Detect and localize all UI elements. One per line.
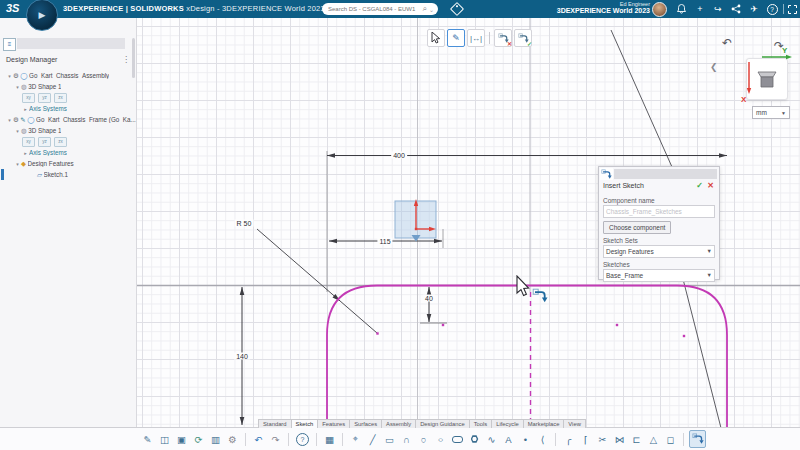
text-tool-icon[interactable]: A bbox=[501, 431, 516, 447]
collapse-panel-east-icon[interactable]: ❮ bbox=[710, 62, 718, 72]
construction-geometry-icon[interactable]: △ bbox=[646, 431, 661, 447]
arc-tool-icon[interactable]: ∩ bbox=[399, 431, 414, 447]
view-cube[interactable] bbox=[746, 58, 788, 100]
circle-tool-icon[interactable]: ○ bbox=[416, 431, 431, 447]
line-tool-icon[interactable]: ╱ bbox=[365, 431, 380, 447]
help-icon[interactable]: ? bbox=[765, 2, 779, 16]
component-name-input[interactable]: Chassis_Frame_Sketches bbox=[603, 205, 715, 218]
tab-design-guidance[interactable]: Design Guidance bbox=[415, 419, 469, 428]
units-dropdown[interactable]: mm ▼ bbox=[752, 106, 790, 119]
search-icon[interactable]: ⌕ bbox=[422, 5, 426, 13]
tab-standard[interactable]: Standard bbox=[258, 419, 292, 428]
convert-entities-icon[interactable]: ◻ bbox=[663, 431, 678, 447]
help-icon[interactable]: ? bbox=[296, 433, 309, 446]
expander-collapsed-icon[interactable]: ▸ bbox=[22, 150, 29, 156]
compass-icon[interactable]: ▶ bbox=[26, 0, 58, 31]
tab-marketplace[interactable]: Marketplace bbox=[523, 419, 565, 428]
plane-chip-yz[interactable]: yz bbox=[38, 93, 51, 103]
sketch-sets-dropdown[interactable]: Design Features ▼ bbox=[603, 245, 715, 258]
user-avatar[interactable] bbox=[652, 2, 667, 17]
plane-chip-zx[interactable]: zx bbox=[54, 137, 67, 147]
plane-chip-xy[interactable]: xy bbox=[22, 93, 35, 103]
tree-row[interactable]: xyyzzx bbox=[0, 92, 136, 103]
plane-chip-zx[interactable]: zx bbox=[54, 93, 67, 103]
search-box[interactable]: ⌕ ⌄ bbox=[322, 3, 438, 15]
point-tool-icon[interactable]: • bbox=[518, 431, 533, 447]
undo-icon[interactable]: ↶ bbox=[251, 431, 266, 447]
add-plus-icon[interactable]: + bbox=[693, 2, 707, 16]
edit-sketch-tool-icon[interactable]: ✎ bbox=[447, 29, 465, 47]
panel-tab-strip[interactable] bbox=[17, 38, 125, 49]
new-design-icon[interactable]: ✎ bbox=[140, 431, 155, 447]
select-tool-icon[interactable] bbox=[427, 29, 445, 47]
dimension-width[interactable]: 400 bbox=[391, 152, 407, 159]
choose-component-button[interactable]: Choose component bbox=[603, 221, 671, 234]
rotate-left-icon[interactable]: ↶ bbox=[722, 36, 732, 50]
polygon-tool-icon[interactable] bbox=[467, 431, 482, 447]
dimension-height[interactable]: 140 bbox=[234, 353, 250, 360]
slot-tool-icon[interactable] bbox=[450, 431, 465, 447]
expander-expanded-icon[interactable]: ▾ bbox=[6, 117, 13, 123]
tree-row[interactable]: ▸Axis Systems bbox=[0, 103, 136, 114]
fullscreen-icon[interactable] bbox=[785, 2, 799, 16]
tab-view[interactable]: View bbox=[563, 419, 585, 428]
tab-sketch[interactable]: Sketch bbox=[291, 419, 319, 428]
mirror-tool-icon[interactable]: ⋈ bbox=[612, 431, 627, 447]
expander-expanded-icon[interactable]: ▾ bbox=[6, 73, 13, 79]
exit-sketch-save-icon[interactable]: ✓ bbox=[514, 29, 532, 47]
sketch-grid-icon[interactable]: ▦ bbox=[322, 431, 337, 447]
tab-surfaces[interactable]: Surfaces bbox=[349, 419, 382, 428]
smart-dimension-icon[interactable]: ⌖ bbox=[348, 431, 363, 447]
expander-expanded-icon[interactable]: ▾ bbox=[14, 84, 21, 90]
sketches-dropdown[interactable]: Base_Frame ▼ bbox=[603, 269, 715, 282]
exit-sketch-discard-icon[interactable]: ✕ bbox=[494, 29, 512, 47]
rectangle-tool-icon[interactable]: ▭ bbox=[382, 431, 397, 447]
expander-collapsed-icon[interactable]: ▸ bbox=[22, 106, 29, 112]
plane-chip-xy[interactable]: xy bbox=[22, 137, 35, 147]
search-input[interactable] bbox=[326, 5, 422, 13]
tree-view-icon[interactable]: ≡ bbox=[3, 38, 16, 51]
tree-row[interactable]: xyyzzx bbox=[0, 136, 136, 147]
rotate-right-icon[interactable]: ↷ bbox=[774, 39, 784, 53]
insert-sketch-tool-icon[interactable] bbox=[689, 430, 706, 448]
settings-gear-icon[interactable]: ⚙ bbox=[225, 431, 240, 447]
expander-expanded-icon[interactable]: ▾ bbox=[14, 161, 21, 167]
tree-row[interactable]: ▾⚙◯Go_Kart_Chassis_Assembly bbox=[0, 70, 136, 81]
trim-tool-icon[interactable]: ✂ bbox=[595, 431, 610, 447]
panel-scrollbar[interactable] bbox=[132, 38, 135, 78]
notification-bell-icon[interactable] bbox=[674, 2, 688, 16]
spline-tool-icon[interactable]: ∿ bbox=[484, 431, 499, 447]
tab-lifecycle[interactable]: Lifecycle bbox=[491, 419, 524, 428]
tag-icon[interactable] bbox=[450, 2, 464, 16]
expander-expanded-icon[interactable]: ▾ bbox=[14, 128, 21, 134]
tree-row[interactable]: ▸Axis Systems bbox=[0, 147, 136, 158]
flight-icon[interactable]: ✈ bbox=[747, 2, 761, 16]
dimension-tool-icon[interactable]: |↔| bbox=[467, 29, 485, 47]
export-icon[interactable]: ▥ bbox=[208, 431, 223, 447]
offset-tool-icon[interactable]: ⊏ bbox=[629, 431, 644, 447]
dialog-accept-icon[interactable]: ✓ bbox=[696, 181, 703, 190]
chevron-down-icon[interactable]: ⌄ bbox=[429, 6, 434, 13]
ellipse-tool-icon[interactable]: ○ bbox=[433, 433, 448, 445]
tab-tools[interactable]: Tools bbox=[469, 419, 493, 428]
redo-icon[interactable]: ↷ bbox=[268, 431, 283, 447]
panel-menu-icon[interactable]: ⋮ bbox=[122, 55, 130, 64]
tab-assembly[interactable]: Assembly bbox=[381, 419, 416, 428]
dialog-close-icon[interactable]: ✕ bbox=[707, 181, 714, 190]
tree-row[interactable]: ▾◍3D Shape 1 bbox=[0, 125, 136, 136]
tree-row[interactable]: ▾◆Design Features bbox=[0, 158, 136, 169]
tab-features[interactable]: Features bbox=[317, 419, 350, 428]
save-icon[interactable]: ▣ bbox=[174, 431, 189, 447]
plane-chip-yz[interactable]: yz bbox=[38, 137, 51, 147]
dimension-small-height[interactable]: 40 bbox=[423, 295, 435, 302]
share-arrow-icon[interactable]: ↪ bbox=[711, 2, 725, 16]
tree-row[interactable]: ▾◍3D Shape 1 bbox=[0, 81, 136, 92]
tree-row[interactable]: ▾⚙✎◯Go_Kart_Chassis_Frame (Go_Ka... bbox=[0, 114, 136, 125]
open-model-icon[interactable]: ◫ bbox=[157, 431, 172, 447]
sync-icon[interactable]: ⟳ bbox=[191, 431, 206, 447]
tree-row[interactable]: ▱Sketch.1 bbox=[0, 169, 136, 180]
chamfer-tool-icon[interactable]: ⌈ bbox=[578, 431, 593, 447]
dialog-drag-handle[interactable] bbox=[614, 169, 717, 179]
dimension-radius[interactable]: R 50 bbox=[235, 220, 254, 227]
fillet-tool-icon[interactable]: ╭ bbox=[561, 431, 576, 447]
